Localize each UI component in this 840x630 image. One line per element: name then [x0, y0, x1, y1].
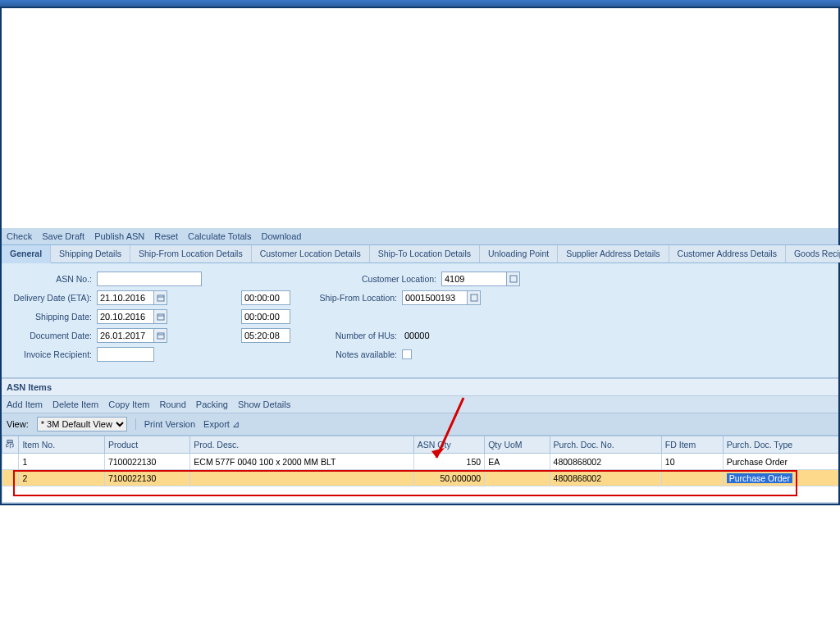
shipping-date-calendar-icon[interactable] — [154, 309, 167, 324]
tab-shipping-details[interactable]: Shipping Details — [51, 245, 130, 262]
general-form: ASN No.: Customer Location: Delivery Dat… — [2, 263, 838, 378]
document-date-input[interactable] — [97, 328, 154, 343]
document-date-calendar-icon[interactable] — [154, 328, 167, 343]
cell-asn-qty[interactable]: 50,000000 — [413, 470, 484, 486]
cell-qty-uom[interactable] — [485, 470, 550, 486]
copy-item-button[interactable]: Copy Item — [108, 399, 149, 409]
table-row[interactable]: 2 7100022130 50,000000 4800868002 Purcha… — [2, 470, 839, 486]
col-purch-doc-type[interactable]: Purch. Doc. Type — [723, 436, 838, 454]
svg-rect-3 — [471, 294, 477, 301]
delivery-date-input[interactable] — [97, 290, 154, 305]
col-fd-item[interactable]: FD Item — [661, 436, 723, 454]
shipping-time-input[interactable] — [241, 309, 290, 324]
tab-general[interactable]: General — [2, 245, 51, 263]
publish-asn-button[interactable]: Publish ASN — [94, 231, 144, 241]
cell-item-no[interactable]: 1 — [19, 454, 104, 470]
tab-unloading-point[interactable]: Unloading Point — [480, 245, 558, 262]
col-qty-uom[interactable]: Qty UoM — [485, 436, 550, 454]
cell-fd-item[interactable]: 10 — [661, 454, 723, 470]
svg-rect-4 — [158, 314, 164, 320]
delete-item-button[interactable]: Delete Item — [52, 399, 98, 409]
cell-fd-item[interactable] — [661, 470, 723, 486]
col-item-no[interactable]: Item No. — [19, 436, 104, 454]
customer-location-help-icon[interactable] — [507, 272, 520, 286]
col-asn-qty[interactable]: ASN Qty — [413, 436, 484, 454]
cell-purch-doc-no[interactable]: 4800868002 — [550, 470, 661, 486]
cell-qty-uom[interactable]: EA — [485, 454, 550, 470]
col-purch-doc-no[interactable]: Purch. Doc. No. — [550, 436, 661, 454]
asn-no-input[interactable] — [97, 272, 202, 286]
shipping-date-label: Shipping Date: — [8, 312, 97, 322]
svg-rect-0 — [510, 276, 517, 282]
document-time-input[interactable] — [241, 328, 290, 343]
delivery-time-input[interactable] — [241, 290, 290, 305]
export-link[interactable]: Export ⊿ — [203, 419, 240, 430]
notes-available-checkbox[interactable] — [402, 349, 412, 359]
ship-from-location-label: Ship-From Location: — [304, 293, 402, 303]
col-prod-desc[interactable]: Prod. Desc. — [190, 436, 414, 454]
delivery-date-calendar-icon[interactable] — [154, 290, 167, 305]
packing-button[interactable]: Packing — [196, 399, 228, 409]
tab-ship-from-location-details[interactable]: Ship-From Location Details — [130, 245, 252, 262]
round-button[interactable]: Round — [159, 399, 185, 409]
invoice-recipient-input[interactable] — [97, 347, 154, 362]
shipping-date-input[interactable] — [97, 309, 154, 324]
asn-no-label: ASN No.: — [8, 274, 97, 284]
col-product[interactable]: Product — [104, 436, 189, 454]
svg-rect-6 — [158, 333, 164, 339]
ship-from-location-help-icon[interactable] — [468, 290, 481, 305]
tab-customer-address-details[interactable]: Customer Address Details — [669, 245, 786, 262]
cell-prod-desc[interactable]: ECM 577F 0040 100 x 2000 MM BLT — [190, 454, 414, 470]
tab-goods-recipient-address-detail[interactable]: Goods Recipient Address Detail — [786, 245, 840, 262]
items-toolbar: Add Item Delete Item Copy Item Round Pac… — [2, 395, 838, 413]
download-button[interactable]: Download — [262, 231, 302, 241]
check-button[interactable]: Check — [7, 231, 32, 241]
number-of-hus-value: 00000 — [402, 330, 432, 341]
tab-supplier-address-details[interactable]: Supplier Address Details — [558, 245, 669, 262]
print-version-link[interactable]: Print Version — [144, 419, 195, 429]
asn-items-title: ASN Items — [2, 378, 838, 395]
save-draft-button[interactable]: Save Draft — [42, 231, 84, 241]
customer-location-input[interactable] — [441, 272, 507, 286]
cell-purch-doc-type[interactable]: Purchase Order▼ — [723, 470, 838, 486]
show-details-button[interactable]: Show Details — [238, 399, 290, 409]
main-toolbar: Check Save Draft Publish ASN Reset Calcu… — [2, 228, 838, 245]
cell-purch-doc-no[interactable]: 4800868002 — [550, 454, 661, 470]
view-select[interactable]: * 3M Default View — [37, 417, 127, 431]
cell-item-no[interactable]: 2 — [19, 470, 104, 486]
number-of-hus-label: Number of HUs: — [304, 331, 402, 340]
customer-location-label: Customer Location: — [343, 274, 441, 284]
calculate-totals-button[interactable]: Calculate Totals — [188, 231, 251, 241]
table-row[interactable]: 1 7100022130 ECM 577F 0040 100 x 2000 MM… — [2, 454, 839, 470]
reset-button[interactable]: Reset — [154, 231, 178, 241]
document-date-label: Document Date: — [8, 331, 97, 340]
items-grid: 昂 Item No. Product Prod. Desc. ASN Qty Q… — [2, 436, 838, 504]
add-item-button[interactable]: Add Item — [7, 399, 43, 409]
tab-customer-location-details[interactable]: Customer Location Details — [252, 245, 370, 262]
view-label: View: — [7, 419, 29, 429]
ship-from-location-input[interactable] — [402, 290, 468, 305]
tabstrip: General Shipping Details Ship-From Locat… — [2, 245, 838, 263]
cell-asn-qty[interactable]: 150 — [413, 454, 484, 470]
tab-ship-to-location-details[interactable]: Ship-To Location Details — [370, 245, 480, 262]
view-bar: View: * 3M Default View Print Version Ex… — [2, 413, 838, 436]
cell-product[interactable]: 7100022130 — [104, 454, 189, 470]
notes-available-label: Notes available: — [304, 349, 402, 359]
cell-purch-doc-type[interactable]: Purchase Order▼ — [723, 454, 838, 470]
invoice-recipient-label: Invoice Recipient: — [8, 349, 97, 359]
cell-product[interactable]: 7100022130 — [104, 470, 189, 486]
col-selector[interactable]: 昂 — [2, 436, 19, 454]
svg-rect-1 — [158, 295, 164, 301]
cell-prod-desc[interactable] — [190, 470, 414, 486]
delivery-date-label: Delivery Date (ETA): — [8, 293, 97, 303]
